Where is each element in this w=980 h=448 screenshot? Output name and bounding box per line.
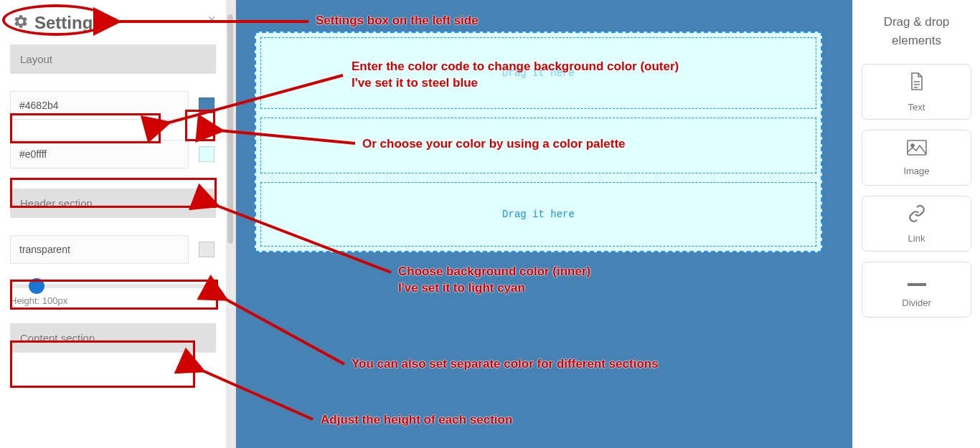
scrollbar-thumb[interactable] — [227, 14, 233, 244]
header-color-swatch[interactable] — [199, 242, 215, 257]
canvas-outer[interactable]: Drag it here Drag it here — [236, 0, 852, 448]
close-icon[interactable]: × — [207, 11, 216, 28]
inner-color-input[interactable] — [10, 140, 189, 168]
canvas-inner[interactable]: Drag it here Drag it here — [255, 32, 822, 252]
settings-header: Settings — [10, 7, 216, 44]
element-label: Divider — [902, 297, 930, 308]
canvas-area: Drag it here Drag it here — [226, 0, 852, 448]
link-icon — [908, 204, 926, 227]
dropzone-text: Drag it here — [502, 67, 575, 79]
dropzone-content[interactable]: Drag it here — [260, 182, 816, 247]
dropzone-row[interactable] — [260, 118, 816, 173]
element-label: Text — [908, 102, 925, 113]
element-text[interactable]: Text — [862, 64, 971, 120]
element-divider[interactable]: Divider — [862, 262, 971, 318]
settings-title: Settings — [34, 13, 103, 33]
height-slider[interactable] — [10, 284, 216, 288]
outer-color-input[interactable] — [10, 91, 189, 120]
height-label: Height: 100px — [10, 295, 216, 306]
inner-color-swatch[interactable] — [199, 146, 215, 162]
vertical-scrollbar[interactable] — [226, 0, 236, 448]
gear-icon — [13, 14, 29, 32]
dropzone-header[interactable]: Drag it here — [260, 37, 816, 109]
dropzone-text: Drag it here — [502, 209, 575, 220]
element-image[interactable]: Image — [862, 130, 971, 186]
svg-point-1 — [911, 144, 914, 147]
svg-rect-2 — [908, 283, 926, 286]
height-slider-thumb[interactable] — [29, 278, 44, 294]
header-color-input[interactable] — [10, 235, 189, 264]
element-label: Link — [908, 233, 925, 244]
svg-rect-0 — [908, 140, 926, 155]
element-link[interactable]: Link — [862, 196, 971, 252]
image-icon — [907, 140, 927, 160]
section-heading-content: Content section — [10, 323, 216, 353]
file-text-icon — [908, 72, 925, 96]
elements-panel-title: Drag & drop elements — [862, 13, 971, 49]
settings-panel: Settings × Layout Header section Height:… — [0, 0, 226, 448]
section-heading-layout: Layout — [10, 44, 216, 74]
element-label: Image — [903, 166, 929, 176]
section-heading-header: Header section — [10, 189, 216, 218]
outer-color-swatch[interactable] — [199, 97, 215, 113]
elements-panel: Drag & drop elements Text Image Link — [852, 0, 980, 448]
divider-icon — [908, 272, 926, 292]
